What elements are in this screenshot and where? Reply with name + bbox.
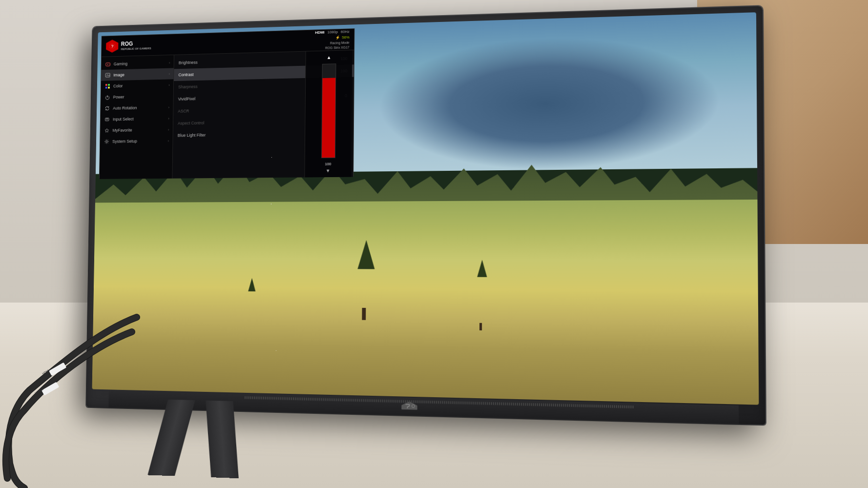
bar-down-arrow: ▼ [326,168,331,173]
bar-fill [322,78,335,158]
image-arrow: › [169,72,170,76]
nav-item-system-setup[interactable]: System Setup › [100,135,173,147]
system-setup-label: System Setup [112,139,137,143]
nav-item-power[interactable]: Power [101,90,173,103]
gaming-label: Gaming [114,61,127,66]
nav-item-input-select[interactable]: Input Select › [101,113,173,125]
myfavorite-icon [104,127,110,134]
power-label: Power [113,95,124,100]
input-select-label: Input Select [113,117,134,122]
svg-rect-10 [108,87,110,89]
stand-leg-left [147,400,195,476]
svg-rect-9 [105,87,107,89]
osd-bar-panel: ▲ 100 ▼ [304,50,352,177]
image-icon: Aa [104,72,111,78]
svg-rect-8 [108,84,110,86]
svg-point-4 [109,64,109,65]
input-select-arrow: › [168,116,169,121]
osd-menu: ROG REPUBLIC OF GAMERS HDMI 1080p 60Hz ⚡… [99,28,355,179]
color-icon [104,83,111,89]
input-select-icon [104,116,110,122]
system-setup-icon [103,138,110,144]
power-icon [104,94,111,101]
svg-point-3 [108,64,109,64]
stand-leg-right [206,401,239,479]
system-setup-arrow: › [168,139,169,143]
nav-item-color[interactable]: Color › [101,79,174,92]
svg-text:Aa: Aa [106,74,110,77]
image-label: Image [113,73,124,78]
monitor-wrapper: ↩ ✓ ▲ ▼ [86,5,809,468]
osd-info: HDMI 1080p 60Hz ⚡ 56% Racing Mode ROG St… [315,29,350,51]
bar-up-arrow: ▲ [327,55,331,60]
monitor-screen: ROG REPUBLIC OF GAMERS HDMI 1080p 60Hz ⚡… [92,12,759,405]
gaming-icon [105,61,111,67]
svg-rect-7 [105,84,107,86]
auto-rotation-icon [104,105,110,111]
rog-logo-area: ROG REPUBLIC OF GAMERS [106,39,151,53]
meadow [92,199,759,405]
gaming-arrow: › [169,61,170,65]
color-arrow: › [168,83,170,87]
monitor-bezel: ↩ ✓ ▲ ▼ [86,6,765,425]
osd-body: Gaming › Aa Image › [100,50,354,179]
auto-rotation-label: Auto Rotation [113,105,137,110]
color-label: Color [113,83,123,88]
nav-item-auto-rotation[interactable]: Auto Rotation › [101,102,173,114]
monitor-stand [121,389,351,482]
osd-navigation: Gaming › Aa Image › [100,55,174,179]
svg-rect-0 [106,63,110,66]
bar-container [321,63,336,158]
myfavorite-label: MyFavorite [112,128,132,133]
nav-item-myfavorite[interactable]: MyFavorite › [100,124,173,136]
svg-point-12 [106,141,108,142]
rog-icon [106,40,118,53]
rog-brand-text: ROG REPUBLIC OF GAMERS [121,40,151,51]
myfavorite-arrow: › [168,127,169,132]
auto-rotation-arrow: › [168,105,170,109]
bar-value: 100 [325,162,331,166]
